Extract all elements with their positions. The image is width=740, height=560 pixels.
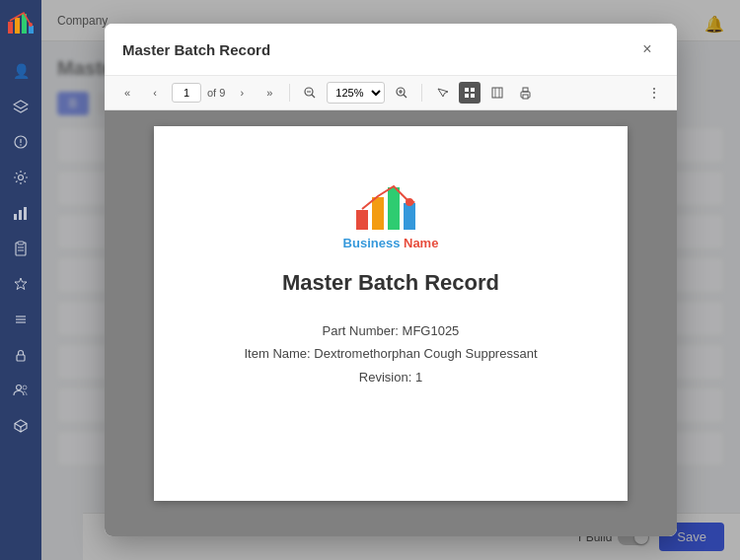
- svg-marker-5: [14, 101, 28, 108]
- revision-value: 1: [415, 370, 422, 385]
- modal-title: Master Batch Record: [122, 41, 270, 58]
- svg-rect-10: [14, 214, 17, 220]
- clipboard-icon[interactable]: [7, 235, 35, 262]
- item-name-value: Dextromethorphan Cough Suppressant: [314, 346, 537, 361]
- svg-rect-46: [404, 203, 415, 230]
- svg-rect-33: [465, 88, 469, 92]
- main-content: Company 🔔 Master Batch Record B P: [41, 0, 740, 560]
- chart-icon[interactable]: [7, 199, 35, 227]
- part-number-value: MFG1025: [403, 323, 460, 338]
- svg-marker-17: [15, 278, 27, 290]
- modal: Master Batch Record × « ‹ of 9 › » 125% …: [105, 24, 677, 536]
- part-number-label: Part Number:: [323, 323, 399, 338]
- svg-rect-0: [8, 22, 13, 34]
- sidebar: 👤: [0, 0, 41, 560]
- modal-header: Master Batch Record ×: [105, 24, 677, 76]
- revision-label: Revision:: [359, 370, 411, 385]
- pdf-zoom-out[interactable]: [299, 82, 321, 104]
- box-icon[interactable]: [7, 412, 35, 440]
- svg-point-23: [23, 385, 27, 389]
- svg-point-8: [20, 144, 22, 146]
- pdf-select-tool[interactable]: [431, 82, 453, 104]
- pdf-zoom-in[interactable]: [391, 82, 412, 104]
- pdf-more-menu[interactable]: ⋮: [643, 82, 665, 104]
- person-icon[interactable]: 👤: [7, 57, 35, 85]
- item-name-row: Item Name: Dextromethorphan Cough Suppre…: [244, 342, 537, 365]
- document-fields: Part Number: MFG1025 Item Name: Dextrome…: [244, 319, 537, 388]
- settings-icon[interactable]: [7, 164, 35, 191]
- svg-rect-37: [492, 88, 502, 98]
- item-name-label: Item Name:: [244, 346, 310, 361]
- svg-point-4: [29, 23, 33, 27]
- svg-rect-3: [29, 26, 34, 34]
- pdf-nav-first[interactable]: «: [116, 82, 138, 104]
- modal-close-button[interactable]: ×: [635, 37, 659, 61]
- svg-rect-35: [465, 94, 469, 98]
- pdf-content-area: Business Name Master Batch Record Part N…: [105, 110, 677, 536]
- business-logo-svg: [346, 166, 435, 240]
- part-number-row: Part Number: MFG1025: [244, 319, 537, 342]
- document-title: Master Batch Record: [282, 270, 499, 296]
- star-icon[interactable]: [7, 270, 35, 298]
- svg-rect-44: [372, 197, 384, 230]
- app-logo[interactable]: [6, 8, 36, 37]
- svg-rect-42: [523, 95, 528, 99]
- svg-rect-43: [356, 210, 368, 230]
- svg-line-30: [404, 95, 407, 98]
- svg-rect-1: [15, 18, 20, 34]
- revision-row: Revision: 1: [244, 366, 537, 388]
- pdf-nav-next[interactable]: ›: [231, 82, 253, 104]
- business-name-blue: Business: [343, 236, 404, 250]
- svg-rect-12: [24, 207, 27, 220]
- svg-point-9: [19, 175, 24, 180]
- pdf-zoom-fit[interactable]: [486, 82, 508, 104]
- pdf-page-total: of 9: [207, 87, 225, 99]
- pdf-view-mode[interactable]: [459, 82, 481, 104]
- users-icon[interactable]: [7, 377, 35, 404]
- svg-point-22: [17, 385, 22, 390]
- modal-overlay: Master Batch Record × « ‹ of 9 › » 125% …: [41, 0, 740, 560]
- pdf-page: Business Name Master Batch Record Part N…: [154, 126, 628, 501]
- logo-area: Business Name: [343, 166, 439, 250]
- lock-icon[interactable]: [7, 341, 35, 369]
- svg-rect-21: [17, 355, 25, 361]
- separator-2: [421, 84, 422, 102]
- pdf-toolbar: « ‹ of 9 › » 125% 100% 75% 50%: [105, 76, 677, 110]
- pdf-nav-last[interactable]: »: [259, 82, 280, 104]
- svg-rect-34: [471, 88, 475, 92]
- alert-icon[interactable]: [7, 128, 35, 156]
- pdf-page-input[interactable]: [172, 83, 201, 103]
- list-icon[interactable]: [7, 306, 35, 333]
- pdf-zoom-select[interactable]: 125% 100% 75% 50%: [327, 82, 385, 104]
- business-name-red: Name: [404, 236, 438, 250]
- svg-rect-11: [19, 210, 22, 220]
- svg-line-27: [312, 95, 315, 98]
- svg-rect-36: [471, 94, 475, 98]
- svg-rect-45: [388, 187, 400, 230]
- separator-1: [289, 84, 290, 102]
- business-name: Business Name: [343, 236, 439, 250]
- pdf-print[interactable]: [514, 82, 536, 104]
- layers-icon[interactable]: [7, 93, 35, 120]
- svg-rect-14: [18, 242, 24, 245]
- pdf-nav-prev[interactable]: ‹: [144, 82, 166, 104]
- svg-rect-41: [523, 88, 528, 92]
